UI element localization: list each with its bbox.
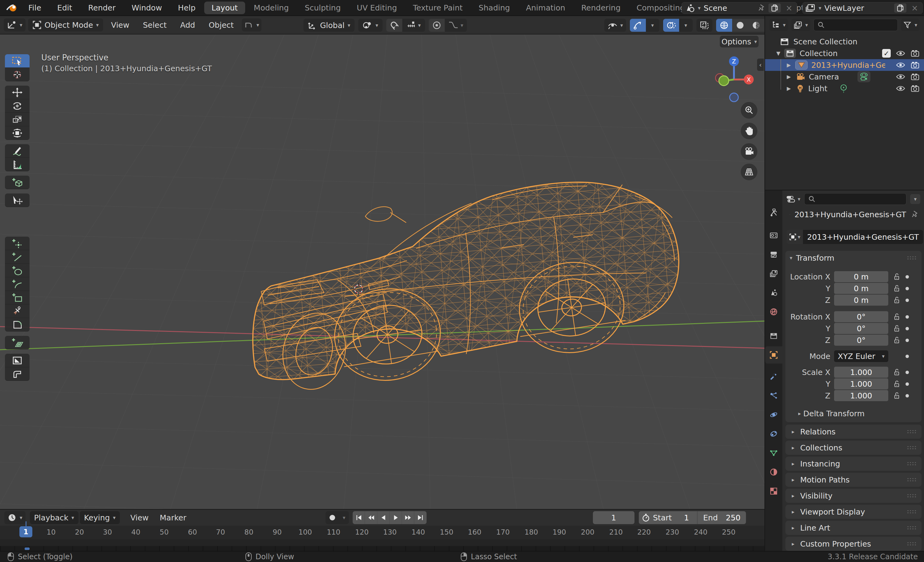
outliner-search-input[interactable]: [813, 19, 898, 31]
snap-target-button[interactable]: ▾: [402, 19, 425, 32]
scale-z-field[interactable]: 1.000: [834, 390, 888, 401]
current-frame-field[interactable]: 1: [593, 511, 634, 524]
tab-view-layer[interactable]: [765, 265, 782, 282]
panel-instancing[interactable]: ▸Instancing: [785, 457, 921, 471]
tool-corner[interactable]: [5, 367, 30, 381]
workspace-tab-sculpting[interactable]: Sculpting: [297, 2, 348, 14]
tab-constraints[interactable]: [765, 425, 782, 442]
unlock-icon[interactable]: [892, 284, 901, 292]
workspace-tab-rendering[interactable]: Rendering: [574, 2, 628, 14]
disable-render-camera-icon[interactable]: [910, 84, 920, 92]
panel-drag-grip[interactable]: [907, 478, 917, 482]
menu-file[interactable]: File: [20, 3, 49, 12]
menu-playback[interactable]: Playback▾: [30, 511, 78, 524]
workspace-tab-uv-editing[interactable]: UV Editing: [349, 2, 404, 14]
panel-line-art[interactable]: ▸Line Art: [785, 521, 921, 535]
panel-motion-paths[interactable]: ▸Motion Paths: [785, 473, 921, 487]
camera-data-icon[interactable]: [858, 71, 870, 82]
tool-scale[interactable]: [5, 113, 30, 126]
rotation-mode-dropdown[interactable]: XYZ Euler ▾: [834, 350, 888, 362]
menu-keying[interactable]: Keying▾: [80, 511, 120, 524]
proportional-edit-group[interactable]: ▾: [429, 19, 467, 32]
menu-select[interactable]: Select: [137, 21, 172, 30]
hide-eye-icon[interactable]: [896, 49, 906, 57]
overlays-dropdown[interactable]: ▾: [679, 19, 693, 32]
properties-editor-type-button[interactable]: ▾: [785, 194, 801, 204]
tool-add-grid[interactable]: [5, 336, 30, 349]
viewport-canvas[interactable]: [0, 16, 765, 509]
animate-dot[interactable]: [906, 382, 909, 386]
unlock-icon[interactable]: [892, 336, 901, 344]
rotation-x-field[interactable]: 0°: [834, 311, 888, 322]
jump-to-end-button[interactable]: [414, 511, 427, 524]
tool-rotate[interactable]: [5, 99, 30, 113]
copy-viewlayer-button[interactable]: [894, 3, 906, 13]
tool-add-circle[interactable]: [5, 264, 30, 277]
delta-transform-subpanel[interactable]: ▸ Delta Transform: [796, 408, 864, 419]
scale-y-field[interactable]: 1.000: [834, 379, 888, 389]
panel-drag-grip[interactable]: [907, 509, 917, 514]
menu-render[interactable]: Render: [80, 3, 123, 12]
animate-dot[interactable]: [906, 394, 909, 397]
tab-world[interactable]: [765, 303, 782, 320]
unlock-icon[interactable]: [892, 273, 901, 281]
snap-magnet-icon[interactable]: [386, 19, 402, 32]
panel-drag-grip[interactable]: [907, 430, 917, 434]
tab-material[interactable]: [765, 463, 782, 481]
tab-render[interactable]: [765, 227, 782, 244]
unlock-icon[interactable]: [892, 296, 901, 304]
animate-dot[interactable]: [906, 275, 909, 278]
panel-relations[interactable]: ▸Relations: [785, 425, 921, 439]
shading-mode-group[interactable]: [716, 19, 765, 32]
viewport-3d[interactable]: ▾ Object Mode ▾ View Select Add Object ▾…: [0, 16, 765, 509]
panel-drag-grip[interactable]: [907, 256, 917, 260]
rotation-y-field[interactable]: 0°: [834, 323, 888, 334]
gizmos-toggle-group[interactable]: ▾: [630, 19, 659, 32]
proportional-edit-icon[interactable]: [429, 19, 445, 32]
disclosure-open-icon[interactable]: ▼: [774, 50, 783, 56]
disclosure-closed-icon[interactable]: ▶: [784, 74, 794, 80]
animate-dot[interactable]: [906, 327, 909, 330]
panel-drag-grip[interactable]: [907, 446, 917, 450]
panel-drag-grip[interactable]: [907, 526, 917, 530]
jump-to-start-button[interactable]: [352, 511, 365, 524]
shading-rendered-icon[interactable]: [764, 19, 765, 32]
snap-group[interactable]: ▾: [386, 19, 425, 32]
disable-render-camera-icon[interactable]: [910, 49, 920, 57]
tool-move[interactable]: [5, 86, 30, 99]
tool-transform[interactable]: [5, 126, 30, 140]
tab-output[interactable]: [765, 246, 782, 263]
scale-x-field[interactable]: 1.000: [834, 367, 888, 378]
timeline-ruler[interactable]: 10 20 30 40 50 60 70 80 90 100 110 120 1…: [0, 526, 765, 539]
tool-add-arc[interactable]: [5, 277, 30, 291]
menu-timeline-view[interactable]: View: [125, 513, 154, 522]
tool-annotate[interactable]: [5, 144, 30, 158]
pan-hand-button[interactable]: [741, 123, 758, 139]
playhead[interactable]: 1: [20, 526, 32, 537]
disable-render-camera-icon[interactable]: [910, 61, 920, 69]
panel-visibility[interactable]: ▸Visibility: [785, 489, 921, 503]
play-reverse-button[interactable]: [377, 511, 390, 524]
outliner-filter-id-button[interactable]: ▾: [791, 19, 811, 31]
id-type-button[interactable]: ▾: [787, 230, 803, 244]
tool-add-cube[interactable]: [5, 176, 30, 189]
outliner-filter-button[interactable]: ▾: [901, 19, 920, 31]
menu-window[interactable]: Window: [123, 3, 170, 12]
tab-scene[interactable]: [765, 284, 782, 301]
editor-type-button[interactable]: ▾: [4, 18, 26, 32]
light-data-icon[interactable]: [839, 84, 848, 93]
shading-solid-icon[interactable]: [732, 19, 748, 32]
tool-add-line[interactable]: [5, 250, 30, 264]
disclosure-closed-icon[interactable]: ▶: [784, 85, 794, 92]
auto-key-dropdown[interactable]: ▾: [339, 511, 349, 524]
viewlayer-selector[interactable]: ▾ ViewLayer ×: [802, 2, 923, 14]
hide-eye-icon[interactable]: [896, 73, 906, 81]
active-tool-button[interactable]: ▾: [242, 18, 262, 32]
mode-selector[interactable]: Object Mode ▾: [28, 18, 103, 32]
tool-cursor[interactable]: [5, 68, 30, 81]
panel-custom-properties[interactable]: ▸Custom Properties: [785, 537, 921, 551]
unlock-icon[interactable]: [892, 380, 901, 388]
properties-options-dropdown[interactable]: ▾: [910, 194, 920, 204]
tool-tweak[interactable]: [5, 194, 30, 207]
overlays-icon[interactable]: [663, 19, 679, 32]
